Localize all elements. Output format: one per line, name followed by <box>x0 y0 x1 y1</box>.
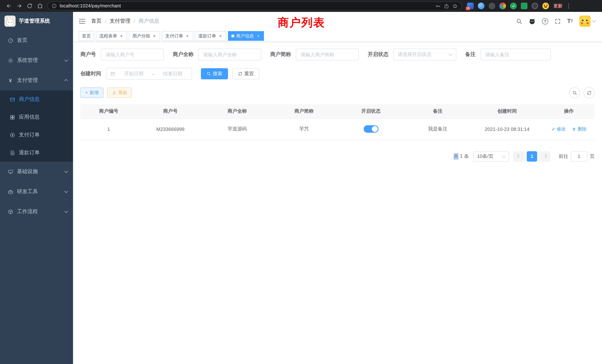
address-bar[interactable]: localhost:1024/pay/merchant <box>47 1 462 10</box>
prev-page-button[interactable] <box>513 151 525 161</box>
tab-home[interactable]: 首页 <box>79 31 94 41</box>
field-create-time: 创建时间 开始日期 - 结束日期 <box>80 68 192 80</box>
help-icon[interactable]: ? <box>542 18 548 24</box>
close-icon[interactable]: × <box>218 33 223 38</box>
top-navbar: 首页 / 支付管理 / 商户信息 商户列表 ? <box>73 12 602 30</box>
fullscreen-icon[interactable] <box>555 18 561 24</box>
browser-profile-avatar[interactable] <box>542 3 549 9</box>
search-button[interactable]: 搜索 <box>201 68 228 79</box>
create-time-range-picker[interactable]: 开始日期 - 结束日期 <box>106 68 192 80</box>
tab-merchant-info[interactable]: 商户信息 × <box>228 31 264 41</box>
sidebar-item-label: 工作流程 <box>17 208 38 215</box>
sidebar-item-workflow[interactable]: 工作流程 <box>0 202 73 222</box>
browser-reload-icon[interactable] <box>24 1 35 11</box>
toolbox-icon <box>7 189 14 194</box>
browser-back-icon[interactable] <box>4 1 14 11</box>
extension-icon-green-check[interactable] <box>510 3 517 9</box>
tab-label: 支付订单 <box>165 33 183 39</box>
chevron-down-icon <box>592 19 596 22</box>
app: 芋道管理系统 首页 系统管理 ¥ <box>0 12 602 364</box>
short-name-input[interactable] <box>296 49 359 60</box>
close-icon[interactable]: × <box>119 33 124 38</box>
password-key-icon[interactable] <box>435 3 441 9</box>
sidebar-item-infrastructure[interactable]: 基础设施 <box>0 162 73 182</box>
sidebar-item-home[interactable]: 首页 <box>0 30 73 50</box>
tab-label: 用户分组 <box>132 33 150 39</box>
cell-merchant-id: 1 <box>80 118 137 140</box>
delete-link[interactable]: 删除 <box>572 126 587 132</box>
github-icon[interactable] <box>529 18 536 25</box>
tab-user-group[interactable]: 用户分组 × <box>129 31 160 41</box>
breadcrumb-home[interactable]: 首页 <box>91 18 102 24</box>
field-label: 备注 <box>465 51 476 58</box>
close-icon[interactable]: × <box>256 33 261 38</box>
url-text: localhost:1024/pay/merchant <box>60 3 432 9</box>
status-toggle[interactable] <box>364 125 378 133</box>
refresh-icon[interactable] <box>583 87 595 98</box>
total-suffix: 条 <box>464 153 469 160</box>
sidebar-item-app-info[interactable]: 应用信息 <box>0 108 73 126</box>
bookmark-star-icon[interactable] <box>452 3 458 9</box>
extension-icon-dark[interactable] <box>489 3 495 9</box>
sidebar-item-label: 首页 <box>17 37 27 44</box>
add-button-label: 新增 <box>90 89 99 96</box>
extension-icon-green-square[interactable] <box>521 3 527 9</box>
page-size-select[interactable]: 10条/页 <box>473 151 509 161</box>
search-icon[interactable] <box>516 18 522 24</box>
export-button[interactable]: 导出 <box>107 87 132 98</box>
target-icon <box>9 132 16 138</box>
browser-home-icon[interactable] <box>35 1 45 11</box>
next-page-button[interactable] <box>539 151 550 161</box>
field-short-name: 商户简称 <box>270 49 359 60</box>
browser-update-button[interactable]: 更新 <box>553 3 562 9</box>
extension-icon-colorful[interactable] <box>499 3 506 9</box>
field-full-name: 商户全称 <box>173 49 261 60</box>
breadcrumb-pay[interactable]: 支付管理 <box>110 18 130 24</box>
merchant-no-input[interactable] <box>101 49 164 60</box>
reset-button[interactable]: 重置 <box>232 68 259 79</box>
browser-chrome: localhost:1024/pay/merchant 10 <box>0 0 602 12</box>
close-icon[interactable]: × <box>152 33 157 38</box>
extension-icon-blue[interactable]: 10 <box>467 3 474 9</box>
share-icon[interactable] <box>444 3 449 9</box>
remark-input[interactable] <box>480 49 551 60</box>
sidebar-item-system[interactable]: 系统管理 <box>0 50 73 70</box>
user-avatar-menu[interactable] <box>579 16 595 27</box>
sidebar-item-merchant-info[interactable]: 商户信息 <box>0 90 73 108</box>
field-label: 商户全称 <box>173 51 194 58</box>
sidebar-item-label: 系统管理 <box>17 57 38 64</box>
font-size-icon[interactable]: TT <box>567 18 573 24</box>
page-info-icon[interactable] <box>52 3 57 9</box>
app-logo[interactable]: 芋道管理系统 <box>0 12 73 30</box>
status-select[interactable]: 请选择开启状态 <box>393 49 456 60</box>
browser-forward-icon[interactable] <box>14 1 24 11</box>
cube-icon <box>7 209 14 214</box>
browser-menu-icon[interactable]: ⋮ <box>565 3 572 9</box>
extension-icon-knot[interactable] <box>532 3 538 9</box>
cell-status <box>337 118 404 140</box>
calendar-icon <box>110 71 115 76</box>
sidebar-item-dev-tools[interactable]: 研发工具 <box>0 182 73 202</box>
tab-flow-form[interactable]: 流程表单 × <box>96 31 127 41</box>
sidebar-toggle-icon[interactable] <box>73 12 91 30</box>
tab-pay-order[interactable]: 支付订单 × <box>162 31 193 41</box>
tab-label: 流程表单 <box>99 33 117 39</box>
chevron-down-icon <box>502 154 506 158</box>
add-button[interactable]: + 新增 <box>80 87 103 98</box>
close-icon[interactable]: × <box>185 33 190 38</box>
page-content: 商户号 商户全称 商户简称 开启状态 请选择开启状态 <box>73 42 602 364</box>
sidebar-item-refund-order[interactable]: 退款订单 <box>0 144 73 162</box>
sidebar-item-label: 支付订单 <box>19 132 40 138</box>
full-name-input[interactable] <box>198 49 261 60</box>
extension-icon-droplet[interactable] <box>478 3 484 9</box>
tab-refund-order[interactable]: 退款订单 × <box>195 31 226 41</box>
toggle-search-icon[interactable] <box>569 87 580 98</box>
sidebar-item-pay-order[interactable]: 支付订单 <box>0 126 73 144</box>
edit-link[interactable]: 修改 <box>551 126 566 132</box>
gear-icon <box>7 58 14 63</box>
document-icon <box>9 150 16 156</box>
logo-rabbit-avatar <box>4 16 16 27</box>
goto-page-input[interactable] <box>571 151 587 161</box>
sidebar-item-payment[interactable]: ¥ 支付管理 <box>0 70 73 90</box>
page-number-1[interactable]: 1 <box>527 151 537 161</box>
